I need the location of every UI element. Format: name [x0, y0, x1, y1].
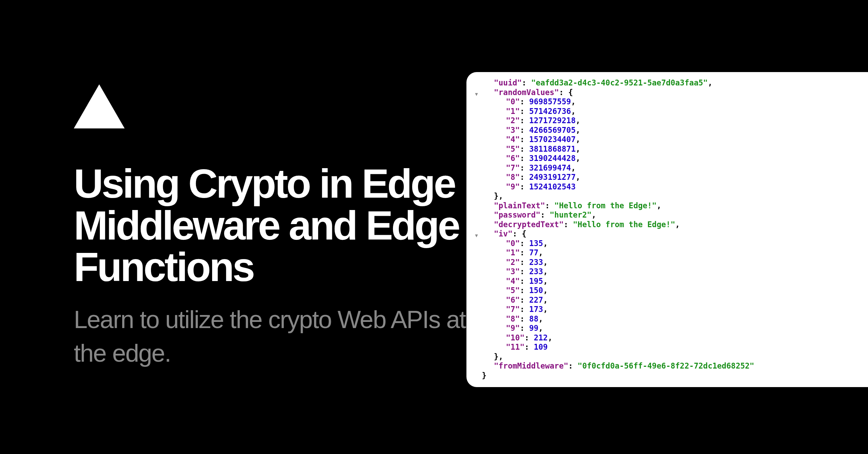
json-preview-panel: "uuid": "eafdd3a2-d4c3-40c2-9521-5ae7d0a…: [466, 72, 868, 387]
json-entry: "5": 150,: [482, 286, 858, 295]
json-key: "uuid": [494, 78, 522, 87]
json-key: "decryptedText": [494, 220, 564, 229]
json-value: "Hello from the Edge!": [573, 220, 675, 229]
json-entry: "2": 1271729218,: [482, 116, 858, 126]
json-key: "iv": [494, 229, 512, 238]
json-key: "randomValues": [494, 88, 559, 97]
json-entry: "3": 233,: [482, 267, 858, 277]
page-title: Using Crypto in Edge Middleware and Edge…: [74, 163, 467, 288]
json-entry: "6": 3190244428,: [482, 154, 858, 163]
collapse-arrow-icon: ▼: [475, 90, 478, 99]
json-entry: "8": 2493191277,: [482, 173, 858, 182]
json-entry: "7": 321699474,: [482, 163, 858, 173]
json-entry: "6": 227,: [482, 295, 858, 305]
json-entry: "8": 88,: [482, 314, 858, 324]
vercel-logo-icon: [74, 84, 467, 130]
json-entry: "0": 135,: [482, 239, 858, 248]
json-entry: "5": 3811868871,: [482, 144, 858, 154]
page-subtitle: Learn to utilize the crypto Web APIs at …: [74, 303, 467, 370]
json-value: "eafdd3a2-d4c3-40c2-9521-5ae7d0a3faa5": [531, 78, 708, 87]
json-value: "0f0cfd0a-56ff-49e6-8f22-72dc1ed68252": [578, 361, 754, 370]
collapse-arrow-icon: ▼: [475, 231, 478, 241]
json-entry: "4": 195,: [482, 277, 858, 286]
json-entry: "1": 571426736,: [482, 107, 858, 116]
json-entry: "4": 1570234407,: [482, 135, 858, 144]
json-key: "password": [494, 210, 540, 219]
json-entry: "2": 233,: [482, 258, 858, 267]
json-entry: "9": 1524102543: [482, 182, 858, 192]
json-key: "fromMiddleware": [494, 361, 568, 370]
hero-text-section: Using Crypto in Edge Middleware and Edge…: [0, 84, 467, 370]
json-entry: "1": 77,: [482, 248, 858, 258]
json-entry: "3": 4266569705,: [482, 126, 858, 135]
json-entry: "7": 173,: [482, 305, 858, 314]
json-entry: "10": 212,: [482, 333, 858, 343]
json-entry: "0": 969857559,: [482, 97, 858, 107]
json-entry: "9": 99,: [482, 324, 858, 333]
json-value: "Hello from the Edge!": [554, 201, 657, 210]
json-key: "plainText": [494, 201, 545, 210]
json-value: "hunter2": [550, 210, 592, 219]
json-entry: "11": 109: [482, 342, 858, 352]
